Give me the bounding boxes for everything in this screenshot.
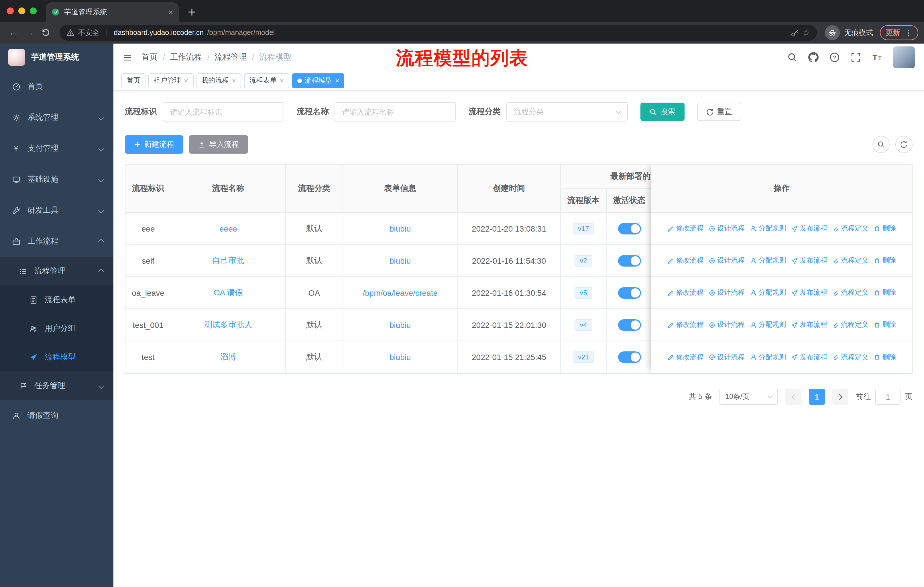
action-definition[interactable]: 流程定义: [832, 352, 868, 362]
form-link[interactable]: biubiu: [389, 320, 411, 329]
minimize-window-button[interactable]: [18, 7, 25, 14]
version-badge[interactable]: v4: [574, 319, 592, 331]
active-toggle[interactable]: [618, 223, 641, 234]
sidebar-item-infrastructure[interactable]: 基础设施: [0, 164, 114, 195]
bookmark-star-icon[interactable]: ☆: [802, 28, 810, 38]
action-definition[interactable]: 流程定义: [832, 256, 868, 265]
process-name-link[interactable]: 测试多审批人: [204, 319, 252, 330]
goto-page-input[interactable]: [875, 389, 901, 405]
breadcrumb-item[interactable]: 工作流程: [170, 52, 202, 63]
close-icon[interactable]: ×: [280, 77, 284, 84]
sidebar-item-devtools[interactable]: 研发工具: [0, 195, 114, 226]
process-key-input[interactable]: [163, 102, 284, 122]
action-publish[interactable]: 发布流程: [791, 223, 827, 233]
action-delete[interactable]: 删除: [874, 256, 896, 265]
reset-button[interactable]: 重置: [697, 103, 741, 121]
sidebar-item-task-mgmt[interactable]: 任务管理: [0, 372, 114, 400]
process-name-link[interactable]: eeee: [219, 224, 237, 233]
prev-page-button[interactable]: [785, 389, 802, 405]
action-delete[interactable]: 删除: [874, 223, 896, 233]
sidebar-item-leave-query[interactable]: 请假查询: [0, 400, 114, 431]
close-icon[interactable]: ×: [335, 77, 340, 84]
active-toggle[interactable]: [618, 255, 641, 266]
new-tab-button[interactable]: [185, 5, 200, 20]
security-label[interactable]: 不安全: [78, 28, 99, 38]
active-toggle[interactable]: [618, 287, 641, 298]
fullscreen-icon[interactable]: [851, 52, 861, 63]
version-badge[interactable]: v5: [574, 287, 592, 298]
update-chip[interactable]: 更新 ⋮: [880, 25, 918, 40]
help-icon[interactable]: ?: [830, 52, 840, 63]
action-edit[interactable]: 修改流程: [667, 256, 703, 265]
refresh-button[interactable]: [895, 136, 912, 153]
action-definition[interactable]: 流程定义: [832, 288, 868, 298]
tag-my-process[interactable]: 我的流程 ×: [196, 73, 241, 88]
action-publish[interactable]: 发布流程: [791, 352, 827, 362]
action-edit[interactable]: 修改流程: [667, 288, 703, 298]
action-definition[interactable]: 流程定义: [832, 223, 868, 233]
action-assign-rule[interactable]: 分配规则: [750, 320, 786, 330]
close-icon[interactable]: ×: [184, 77, 188, 84]
page-size-select[interactable]: 10条/页: [719, 389, 778, 405]
action-delete[interactable]: 删除: [874, 320, 896, 330]
back-button[interactable]: ←: [6, 25, 22, 41]
action-delete[interactable]: 删除: [874, 352, 896, 362]
sidebar-item-process-mgmt[interactable]: 流程管理: [0, 257, 114, 286]
page-number-current[interactable]: 1: [809, 389, 825, 405]
action-assign-rule[interactable]: 分配规则: [750, 223, 786, 233]
action-publish[interactable]: 发布流程: [791, 320, 827, 330]
forward-button[interactable]: →: [22, 25, 38, 41]
form-link[interactable]: biubiu: [389, 256, 411, 265]
sidebar-item-payment[interactable]: ¥ 支付管理: [0, 133, 114, 164]
action-edit[interactable]: 修改流程: [667, 320, 703, 330]
github-icon[interactable]: [808, 52, 818, 63]
version-badge[interactable]: v21: [573, 351, 594, 362]
version-badge[interactable]: v17: [573, 223, 594, 234]
active-toggle[interactable]: [618, 351, 641, 362]
action-assign-rule[interactable]: 分配规则: [750, 256, 786, 265]
sidebar-item-workflow[interactable]: 工作流程: [0, 226, 114, 257]
sidebar-item-user-group[interactable]: 用户分组: [0, 314, 114, 343]
maximize-window-button[interactable]: [30, 7, 37, 14]
action-publish[interactable]: 发布流程: [791, 288, 827, 298]
action-edit[interactable]: 修改流程: [667, 223, 703, 233]
tab-close-icon[interactable]: ×: [168, 8, 173, 16]
collapse-sidebar-icon[interactable]: [122, 53, 132, 62]
sidebar-item-process-model[interactable]: 流程模型: [0, 343, 114, 372]
import-process-button[interactable]: 导入流程: [189, 135, 248, 154]
form-link[interactable]: biubiu: [389, 224, 411, 233]
action-design[interactable]: 设计流程: [709, 320, 745, 330]
tag-tenant-mgmt[interactable]: 租户管理 ×: [148, 73, 193, 88]
sidebar-item-system[interactable]: 系统管理: [0, 102, 114, 133]
action-assign-rule[interactable]: 分配规则: [750, 352, 786, 362]
process-name-link[interactable]: OA 请假: [214, 288, 243, 298]
tag-process-model[interactable]: 流程模型 ×: [292, 73, 345, 88]
user-avatar[interactable]: [893, 46, 915, 68]
tag-process-form[interactable]: 流程表单 ×: [244, 73, 289, 88]
form-link[interactable]: biubiu: [389, 352, 411, 361]
category-select[interactable]: 流程分类: [507, 102, 628, 122]
action-edit[interactable]: 修改流程: [667, 352, 703, 362]
toggle-search-button[interactable]: [873, 136, 889, 153]
process-name-input[interactable]: [335, 102, 456, 122]
process-name-link[interactable]: 滔博: [220, 352, 236, 362]
search-icon[interactable]: [787, 52, 797, 63]
close-window-button[interactable]: [7, 7, 14, 14]
breadcrumb-item[interactable]: 首页: [142, 52, 158, 63]
action-design[interactable]: 设计流程: [709, 256, 745, 265]
address-bar[interactable]: 不安全 dashboard.yudao.iocoder.cn/bpm/manag…: [59, 25, 817, 41]
search-button[interactable]: 搜索: [640, 103, 685, 121]
sidebar-item-process-form[interactable]: 流程表单: [0, 286, 114, 314]
breadcrumb-item[interactable]: 流程管理: [215, 52, 247, 63]
browser-tab[interactable]: 芋道管理系统 ×: [46, 2, 179, 22]
reload-button[interactable]: [38, 25, 54, 41]
password-key-icon[interactable]: [790, 28, 799, 37]
create-process-button[interactable]: 新建流程: [125, 135, 183, 154]
form-link[interactable]: /bpm/oa/leave/create: [363, 288, 438, 297]
action-publish[interactable]: 发布流程: [791, 256, 827, 265]
tag-home[interactable]: 首页: [121, 73, 145, 88]
version-badge[interactable]: v2: [574, 255, 592, 266]
close-icon[interactable]: ×: [232, 77, 236, 84]
action-design[interactable]: 设计流程: [709, 288, 745, 298]
action-assign-rule[interactable]: 分配规则: [750, 288, 786, 298]
